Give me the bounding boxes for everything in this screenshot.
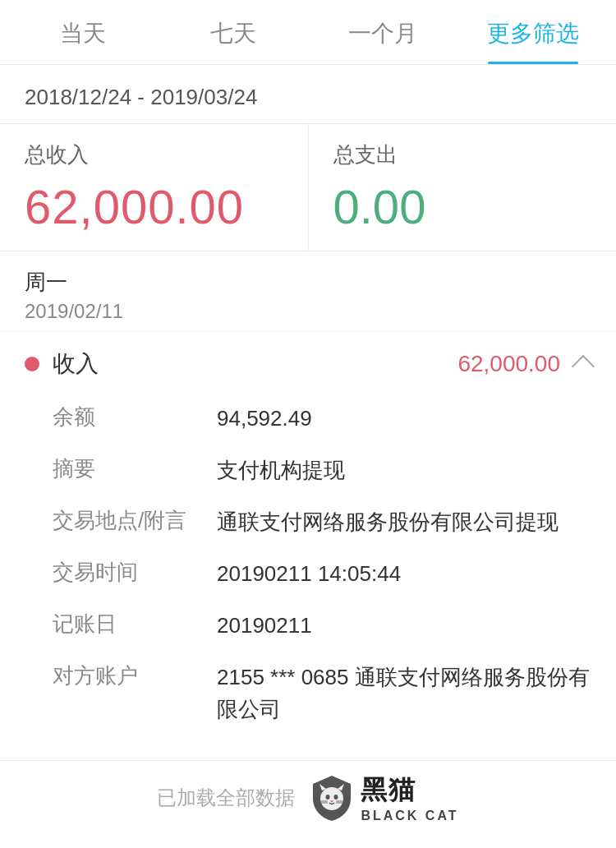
transaction-type: 收入 xyxy=(53,348,99,380)
detail-value-location: 通联支付网络服务股份有限公司提现 xyxy=(217,506,591,538)
income-cell: 总收入 62,000.00 xyxy=(0,124,308,251)
brand-en: BLACK CAT xyxy=(361,809,458,823)
tab-more-filter[interactable]: 更多筛选 xyxy=(458,0,609,64)
detail-key-location: 交易地点/附言 xyxy=(53,506,217,538)
date-range: 2018/12/24 - 2019/03/24 xyxy=(0,65,616,123)
svg-point-4 xyxy=(334,795,338,800)
detail-row-balance: 余额 94,592.49 xyxy=(53,393,591,445)
detail-value-balance: 94,592.49 xyxy=(217,403,591,435)
detail-key-time: 交易时间 xyxy=(53,558,217,590)
expense-cell: 总支出 0.00 xyxy=(308,124,617,251)
income-label: 总收入 xyxy=(25,141,283,169)
detail-value-time: 20190211 14:05:44 xyxy=(217,558,591,590)
footer: 已加载全部数据 黑猫 BLACK CAT xyxy=(0,772,616,823)
svg-point-3 xyxy=(326,795,330,800)
transaction-header-left: 收入 xyxy=(25,348,99,380)
svg-point-5 xyxy=(331,800,333,802)
chevron-up-icon[interactable] xyxy=(572,355,595,378)
blackcat-text: 黑猫 BLACK CAT xyxy=(361,772,458,823)
brand-cn: 黑猫 xyxy=(361,772,416,809)
detail-row-accounting-date: 记账日 20190211 xyxy=(53,600,591,652)
expense-label: 总支出 xyxy=(333,141,592,169)
loaded-text: 已加载全部数据 xyxy=(157,785,295,811)
transaction-section: 周一 2019/02/11 收入 62,000.00 余额 94,592.49 … xyxy=(0,251,616,761)
transaction-amount-group: 62,000.00 xyxy=(457,351,591,377)
tab-seven-days[interactable]: 七天 xyxy=(159,0,309,64)
detail-key-accounting-date: 记账日 xyxy=(53,610,217,642)
transaction-header: 收入 62,000.00 xyxy=(25,348,591,380)
detail-row-time: 交易时间 20190211 14:05:44 xyxy=(53,548,591,600)
tab-today[interactable]: 当天 xyxy=(8,0,159,64)
detail-value-accounting-date: 20190211 xyxy=(217,610,591,642)
detail-key-summary: 摘要 xyxy=(53,454,217,486)
detail-key-balance: 余额 xyxy=(53,403,217,435)
tab-one-month[interactable]: 一个月 xyxy=(308,0,458,64)
detail-value-summary: 支付机构提现 xyxy=(217,454,591,486)
income-amount: 62,000.00 xyxy=(25,179,283,234)
tab-bar: 当天 七天 一个月 更多筛选 xyxy=(0,0,616,65)
day-label: 周一 xyxy=(25,268,591,297)
detail-value-counterparty: 2155 *** 0685 通联支付网络服务股份有限公司 xyxy=(217,661,591,726)
detail-table: 余额 94,592.49 摘要 支付机构提现 交易地点/附言 通联支付网络服务股… xyxy=(25,393,591,735)
bottom-divider xyxy=(0,760,616,761)
blackcat-logo: 黑猫 BLACK CAT xyxy=(311,772,458,823)
shield-icon xyxy=(311,774,352,822)
detail-row-summary: 摘要 支付机构提现 xyxy=(53,445,591,496)
detail-row-counterparty: 对方账户 2155 *** 0685 通联支付网络服务股份有限公司 xyxy=(53,652,591,735)
detail-key-counterparty: 对方账户 xyxy=(53,661,217,726)
expense-amount: 0.00 xyxy=(333,179,592,234)
transaction-item[interactable]: 收入 62,000.00 余额 94,592.49 摘要 支付机构提现 交易地点… xyxy=(0,331,616,752)
svg-point-0 xyxy=(320,787,343,810)
summary-row: 总收入 62,000.00 总支出 0.00 xyxy=(0,123,616,251)
day-date: 2019/02/11 xyxy=(25,300,591,323)
transaction-amount: 62,000.00 xyxy=(457,351,560,377)
income-dot-icon xyxy=(25,357,39,371)
day-header: 周一 2019/02/11 xyxy=(0,251,616,331)
detail-row-location: 交易地点/附言 通联支付网络服务股份有限公司提现 xyxy=(53,496,591,548)
